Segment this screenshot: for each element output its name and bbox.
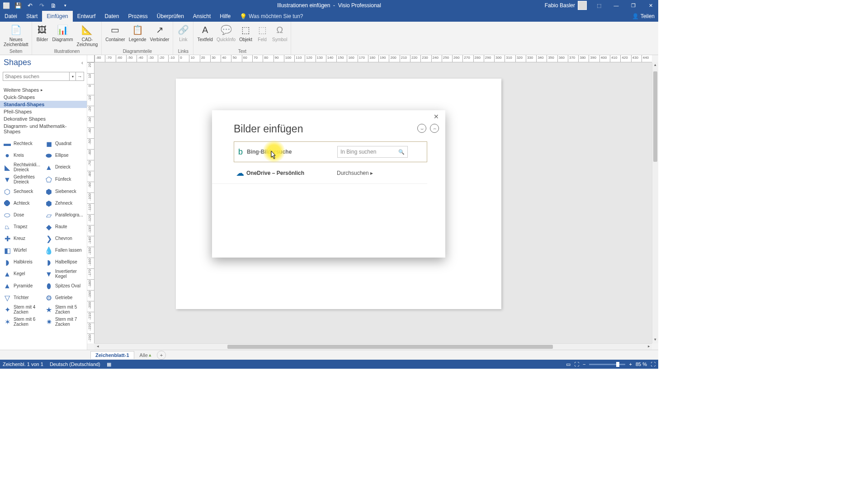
- shape-item[interactable]: ✶Stern mit 6Zacken: [2, 316, 43, 328]
- menu-tab-hilfe[interactable]: Hilfe: [215, 11, 235, 22]
- minimize-icon[interactable]: —: [609, 0, 624, 11]
- shape-item[interactable]: 💧Fallen lassen: [43, 244, 85, 256]
- ribbon-verbinder[interactable]: ↗Verbinder: [148, 23, 171, 48]
- shape-item[interactable]: ✷Stern mit 7Zacken: [43, 316, 85, 328]
- zoom-out-icon[interactable]: −: [583, 361, 585, 367]
- ribbon-cad--zeichnung[interactable]: 📐CAD-Zeichnung: [75, 23, 100, 48]
- shape-item[interactable]: ●Kreis: [2, 150, 43, 161]
- scroll-right-icon[interactable]: ▸: [646, 344, 652, 350]
- shape-category[interactable]: Standard-Shapes: [0, 101, 87, 108]
- search-go-icon[interactable]: →: [76, 72, 84, 81]
- shape-category[interactable]: Quick-Shapes: [0, 94, 87, 101]
- add-sheet-button[interactable]: +: [157, 351, 166, 360]
- shape-item[interactable]: ⬮Spitzes Oval: [43, 280, 85, 292]
- onedrive-row[interactable]: ☁ OneDrive – Persönlich Durchsuchen ▸: [212, 162, 427, 184]
- scroll-left-icon[interactable]: ◂: [94, 344, 101, 350]
- menu-tab-datei[interactable]: Datei: [0, 11, 22, 22]
- shape-item[interactable]: ◣Rechtwinkli...Dreieck: [2, 161, 43, 174]
- shape-item[interactable]: ⯃Achteck: [2, 197, 43, 209]
- ribbon-diagramm[interactable]: 📊Diagramm: [50, 23, 75, 48]
- shape-item[interactable]: ▲Kegel: [2, 268, 43, 280]
- scroll-thumb-v[interactable]: [653, 71, 657, 162]
- dialog-close-button[interactable]: ✕: [432, 113, 441, 122]
- shape-item[interactable]: ▽Trichter: [2, 292, 43, 304]
- shape-item[interactable]: ⬡Sechseck: [2, 186, 43, 197]
- redo-icon[interactable]: ↷: [37, 1, 46, 10]
- shape-item[interactable]: ◗Halbellipse: [43, 256, 85, 268]
- shape-category[interactable]: Diagramm- und Mathematik-Shapes: [0, 122, 87, 135]
- scroll-thumb-h[interactable]: [227, 345, 553, 349]
- shape-item[interactable]: ◧Würfel: [2, 244, 43, 256]
- shape-item[interactable]: ⬢Siebeneck: [43, 186, 85, 197]
- macro-record-icon[interactable]: ▦: [107, 361, 111, 367]
- shape-item[interactable]: ▼GedrehtesDreieck: [2, 174, 43, 186]
- qat-dropdown-icon[interactable]: ▾: [61, 1, 70, 10]
- shape-item[interactable]: ⬢Zehneck: [43, 197, 85, 209]
- menu-tab-ansicht[interactable]: Ansicht: [189, 11, 215, 22]
- menu-tab-prozess[interactable]: Prozess: [123, 11, 152, 22]
- bing-search-input[interactable]: In Bing suchen 🔍: [337, 146, 408, 158]
- save-icon[interactable]: 💾: [14, 1, 23, 10]
- shape-item[interactable]: ✚Kreuz: [2, 233, 43, 244]
- ribbon-bilder[interactable]: 🖼Bilder: [34, 23, 50, 48]
- tell-me-search[interactable]: 💡 Was möchten Sie tun?: [240, 11, 303, 22]
- shape-item[interactable]: ❯Chevron: [43, 233, 85, 244]
- ribbon-container[interactable]: ▭Container: [104, 23, 127, 48]
- shape-item[interactable]: ⚙Getriebe: [43, 292, 85, 304]
- menu-tab-einfügen[interactable]: Einfügen: [42, 11, 72, 22]
- zoom-slider[interactable]: [589, 364, 625, 365]
- undo-icon[interactable]: ↶: [25, 1, 34, 10]
- shape-item[interactable]: ⏢Trapez: [2, 221, 43, 233]
- shape-item[interactable]: ▲Dreieck: [43, 161, 85, 174]
- browse-link[interactable]: Durchsuchen ▸: [337, 170, 373, 176]
- ribbon-neues-zeichenblatt[interactable]: 📄NeuesZeichenblatt: [2, 23, 30, 48]
- shape-item[interactable]: ▬Rechteck: [2, 138, 43, 150]
- shape-item[interactable]: ◗Halbkreis: [2, 256, 43, 268]
- maximize-icon[interactable]: ❐: [626, 0, 641, 11]
- shape-item[interactable]: ⬬Ellipse: [43, 150, 85, 161]
- new-doc-icon[interactable]: 🗎: [49, 1, 58, 10]
- ribbon-objekt[interactable]: ⬚Objekt: [237, 23, 254, 48]
- vertical-scrollbar[interactable]: ▴ ▾: [652, 62, 658, 343]
- horizontal-scrollbar[interactable]: ◂ ▸: [94, 343, 652, 350]
- user-account[interactable]: Fabio Basler: [545, 1, 587, 10]
- shape-item[interactable]: ▲Pyramide: [2, 280, 43, 292]
- shape-item[interactable]: ▱Parallelogra...: [43, 209, 85, 221]
- shapes-search-input[interactable]: [3, 72, 70, 81]
- share-button[interactable]: 👤 Teilen: [632, 11, 655, 22]
- shape-item[interactable]: ⬭Dose: [2, 209, 43, 221]
- menu-tab-start[interactable]: Start: [22, 11, 42, 22]
- shape-item[interactable]: ★Stern mit 5Zacken: [43, 304, 85, 316]
- scroll-up-icon[interactable]: ▴: [652, 62, 658, 69]
- collapse-panel-icon[interactable]: ‹: [81, 60, 83, 66]
- presentation-mode-icon[interactable]: ▭: [566, 361, 571, 367]
- zoom-level[interactable]: 85 %: [636, 361, 647, 367]
- bing-image-search-row[interactable]: b Bing-Bildersuche In Bing suchen 🔍: [234, 141, 427, 162]
- shape-item[interactable]: ✦Stern mit 4Zacken: [2, 304, 43, 316]
- ribbon-legende[interactable]: 📋Legende: [127, 23, 148, 48]
- shape-category[interactable]: Weitere Shapes ▸: [0, 86, 87, 94]
- shape-item[interactable]: ◼Quadrat: [43, 138, 85, 150]
- fit-page-icon[interactable]: ⛶: [651, 361, 656, 367]
- ribbon-textfeld[interactable]: ATextfeld: [195, 23, 214, 48]
- sheet-all-dropdown[interactable]: Alle ▴: [136, 351, 155, 359]
- feedback-sad-icon[interactable]: ⌢: [430, 124, 439, 133]
- zoom-in-icon[interactable]: +: [629, 361, 632, 367]
- feedback-happy-icon[interactable]: ⌣: [417, 124, 426, 133]
- shape-category[interactable]: Dekorative Shapes: [0, 115, 87, 122]
- shape-item[interactable]: ▼InvertierterKegel: [43, 268, 85, 280]
- fit-width-icon[interactable]: ⛶: [574, 361, 579, 367]
- shape-item[interactable]: ◆Raute: [43, 221, 85, 233]
- ribbon-options-icon[interactable]: ⬚: [591, 0, 607, 11]
- scroll-down-icon[interactable]: ▾: [652, 337, 658, 343]
- shape-category[interactable]: Pfeil-Shapes: [0, 108, 87, 115]
- search-dropdown-icon[interactable]: ▾: [70, 72, 76, 81]
- shape-item[interactable]: ⬠Fünfeck: [43, 174, 85, 186]
- language-status[interactable]: Deutsch (Deutschland): [50, 361, 100, 367]
- autosave-icon[interactable]: ⬜: [2, 1, 11, 10]
- sheet-tab-active[interactable]: Zeichenblatt-1: [90, 351, 134, 359]
- close-icon[interactable]: ✕: [643, 0, 658, 11]
- menu-tab-entwurf[interactable]: Entwurf: [73, 11, 100, 22]
- menu-tab-überprüfen[interactable]: Überprüfen: [152, 11, 189, 22]
- menu-tab-daten[interactable]: Daten: [100, 11, 123, 22]
